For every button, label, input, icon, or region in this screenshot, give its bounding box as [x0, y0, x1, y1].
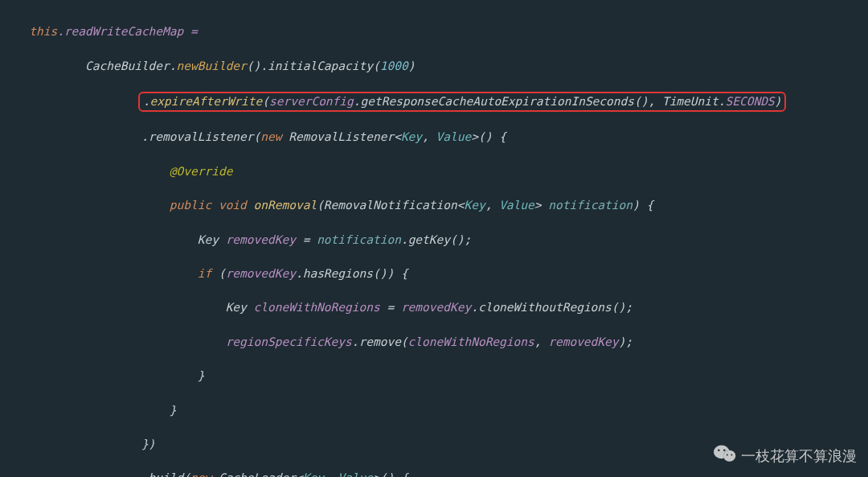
watermark-text: 一枝花算不算浪漫	[741, 446, 857, 466]
code-editor[interactable]: this.readWriteCacheMap = CacheBuilder.ne…	[0, 0, 868, 477]
svg-point-4	[723, 450, 726, 452]
annotation-override: @Override	[170, 165, 233, 178]
svg-point-2	[723, 450, 735, 462]
svg-point-6	[731, 454, 732, 455]
code-line: }	[8, 402, 868, 419]
highlight-box: .expireAfterWrite(serverConfig.getRespon…	[138, 92, 786, 112]
code-line: this.readWriteCacheMap =	[8, 23, 868, 40]
wechat-icon	[714, 444, 741, 467]
field-access: .readWriteCacheMap =	[57, 25, 198, 38]
code-line: Key removedKey = notification.getKey();	[8, 232, 868, 249]
code-line: .removalListener(new RemovalListener<Key…	[8, 129, 868, 146]
code-line-highlighted: .expireAfterWrite(serverConfig.getRespon…	[8, 92, 868, 112]
code-line: @Override	[8, 163, 868, 180]
code-line: if (removedKey.hasRegions()) {	[8, 265, 868, 282]
code-line: public void onRemoval(RemovalNotificatio…	[8, 197, 868, 214]
watermark: 一枝花算不算浪漫	[714, 444, 857, 467]
svg-point-3	[718, 450, 720, 452]
keyword-this: this	[29, 25, 57, 38]
code-line: .build(new CacheLoader<Key, Value>() {	[8, 470, 868, 477]
code-line: }	[8, 368, 868, 384]
code-line: regionSpecificKeys.remove(cloneWithNoReg…	[8, 334, 868, 351]
svg-point-5	[727, 454, 728, 455]
code-line: CacheBuilder.newBuilder().initialCapacit…	[8, 58, 868, 75]
code-line: Key cloneWithNoRegions = removedKey.clon…	[8, 299, 868, 316]
